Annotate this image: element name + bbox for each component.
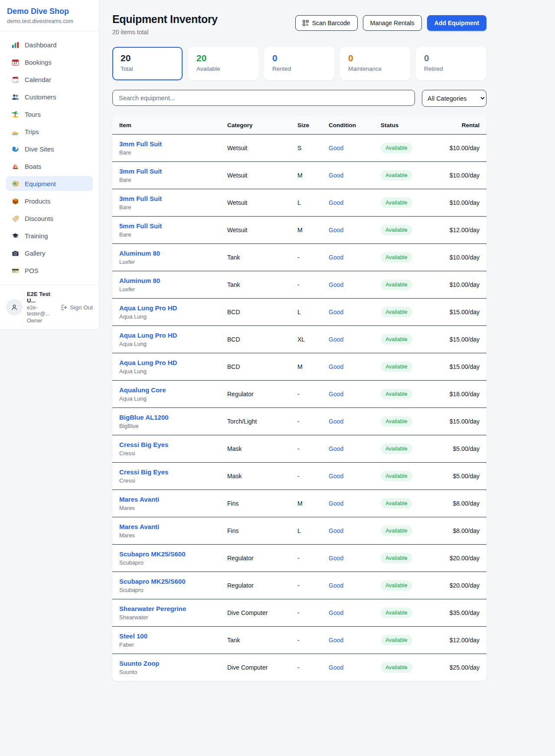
sidebar-item-label: Calendar — [25, 76, 51, 83]
condition-link[interactable]: Good — [329, 609, 343, 616]
condition-link[interactable]: Good — [329, 664, 343, 671]
manage-rentals-button[interactable]: Manage Rentals — [363, 15, 422, 31]
scan-barcode-label: Scan Barcode — [312, 20, 350, 26]
camera-icon — [12, 250, 19, 257]
item-rental: $10.00/day — [442, 189, 486, 217]
sidebar-item-label: Products — [25, 197, 50, 205]
item-name-link[interactable]: 3mm Full Suit — [119, 168, 213, 175]
stat-card-rented[interactable]: 0 Rented — [264, 47, 334, 80]
status-badge: Available — [381, 608, 412, 618]
item-name-link[interactable]: Aqua Lung Pro HD — [119, 332, 213, 339]
item-brand: Bare — [119, 149, 213, 156]
item-name-link[interactable]: Cressi Big Eyes — [119, 468, 213, 476]
condition-link[interactable]: Good — [329, 445, 343, 452]
item-name-link[interactable]: Steel 100 — [119, 632, 213, 640]
condition-link[interactable]: Good — [329, 227, 343, 233]
user-meta: E2E Test U... e2e-tester@... Owner — [27, 291, 57, 324]
sidebar-item-trips[interactable]: Trips — [6, 124, 93, 139]
item-name-link[interactable]: Aqua Lung Pro HD — [119, 304, 213, 312]
item-brand: Luxfer — [119, 259, 213, 265]
table-row: Aqua Lung Pro HDAqua LungBCDLGoodAvailab… — [112, 299, 486, 326]
stat-card-retired[interactable]: 0 Retired — [416, 47, 486, 80]
sidebar-item-dashboard[interactable]: Dashboard — [6, 37, 93, 52]
item-name-link[interactable]: 3mm Full Suit — [119, 140, 213, 148]
condition-link[interactable]: Good — [329, 473, 343, 480]
item-category: Fins — [220, 517, 291, 545]
stat-card-available[interactable]: 20 Available — [188, 47, 258, 80]
condition-link[interactable]: Good — [329, 555, 343, 562]
item-name-link[interactable]: Suunto Zoop — [119, 660, 213, 667]
condition-link[interactable]: Good — [329, 582, 343, 589]
condition-link[interactable]: Good — [329, 363, 343, 370]
status-badge: Available — [381, 143, 412, 153]
search-input[interactable] — [112, 90, 415, 106]
item-name-link[interactable]: Shearwater Peregrine — [119, 605, 213, 612]
sidebar-item-customers[interactable]: Customers — [6, 89, 93, 104]
item-name-link[interactable]: Scubapro MK25/S600 — [119, 578, 213, 585]
condition-link[interactable]: Good — [329, 500, 343, 507]
table-row: Steel 100FaberTank-GoodAvailable$12.00/d… — [112, 627, 486, 654]
sidebar-item-boats[interactable]: Boats — [6, 159, 93, 174]
stat-value-rented: 0 — [272, 53, 326, 63]
condition-link[interactable]: Good — [329, 199, 343, 206]
item-brand: Cressi — [119, 477, 213, 484]
stat-value-total: 20 — [121, 53, 174, 63]
add-equipment-button[interactable]: Add Equipment — [427, 15, 486, 31]
condition-link[interactable]: Good — [329, 254, 343, 261]
category-select[interactable]: All Categories — [422, 90, 486, 107]
condition-link[interactable]: Good — [329, 281, 343, 288]
item-brand: Suunto — [119, 669, 213, 675]
sidebar-item-training[interactable]: Training — [6, 228, 93, 243]
table-row: Scubapro MK25/S600ScubaproRegulator-Good… — [112, 572, 486, 599]
item-name-link[interactable]: Aqualung Core — [119, 386, 213, 394]
condition-link[interactable]: Good — [329, 418, 343, 425]
scan-barcode-button[interactable]: Scan Barcode — [295, 15, 358, 31]
item-name-link[interactable]: Aluminum 80 — [119, 277, 213, 284]
item-name-link[interactable]: Aluminum 80 — [119, 250, 213, 257]
condition-link[interactable]: Good — [329, 637, 343, 644]
sidebar-item-pos[interactable]: POS — [6, 263, 93, 278]
item-name-link[interactable]: Mares Avanti — [119, 496, 213, 503]
equipment-table-body: 3mm Full SuitBareWetsuitSGoodAvailable$1… — [112, 135, 486, 681]
sidebar-item-discounts[interactable]: Discounts — [6, 211, 93, 226]
stat-value-retired: 0 — [424, 53, 478, 63]
column-header-rental: Rental — [442, 115, 486, 135]
sidebar-item-dive-sites[interactable]: Dive Sites — [6, 141, 93, 156]
sidebar-item-label: Dive Sites — [25, 145, 54, 153]
sidebar-item-tours[interactable]: Tours — [6, 107, 93, 122]
sidebar-item-products[interactable]: Products — [6, 194, 93, 208]
item-category: Tank — [220, 244, 291, 271]
stat-label-total: Total — [121, 66, 174, 72]
condition-link[interactable]: Good — [329, 336, 343, 343]
condition-link[interactable]: Good — [329, 172, 343, 179]
sidebar-item-label: Tours — [25, 111, 41, 118]
item-category: Wetsuit — [220, 135, 291, 162]
avatar — [6, 299, 23, 316]
stat-card-maintenance[interactable]: 0 Maintenance — [340, 47, 410, 80]
wave-icon — [12, 145, 19, 153]
item-name-link[interactable]: Scubapro MK25/S600 — [119, 550, 213, 558]
item-name-link[interactable]: BigBlue AL1200 — [119, 414, 213, 421]
item-brand: Aqua Lung — [119, 368, 213, 375]
item-name-link[interactable]: Mares Avanti — [119, 523, 213, 530]
condition-link[interactable]: Good — [329, 391, 343, 398]
sign-out-button[interactable]: Sign Out — [61, 304, 93, 311]
status-badge: Available — [381, 252, 412, 263]
condition-link[interactable]: Good — [329, 145, 343, 151]
item-category: Dive Computer — [220, 599, 291, 627]
item-name-link[interactable]: Cressi Big Eyes — [119, 441, 213, 448]
item-name-link[interactable]: Aqua Lung Pro HD — [119, 359, 213, 366]
sidebar-item-bookings[interactable]: 17 Bookings — [6, 55, 93, 69]
item-rental: $8.00/day — [442, 517, 486, 545]
sidebar-item-equipment[interactable]: Equipment — [6, 176, 93, 191]
sidebar-item-gallery[interactable]: Gallery — [6, 246, 93, 260]
item-name-link[interactable]: 5mm Full Suit — [119, 222, 213, 230]
qr-barcode-icon — [303, 20, 309, 26]
stat-card-total[interactable]: 20 Total — [112, 47, 183, 80]
equipment-table-card: Item Category Size Condition Status Rent… — [112, 115, 486, 681]
condition-link[interactable]: Good — [329, 527, 343, 534]
condition-link[interactable]: Good — [329, 309, 343, 316]
sidebar-item-calendar[interactable]: Calendar — [6, 72, 93, 87]
item-name-link[interactable]: 3mm Full Suit — [119, 195, 213, 202]
item-size: - — [291, 572, 322, 599]
